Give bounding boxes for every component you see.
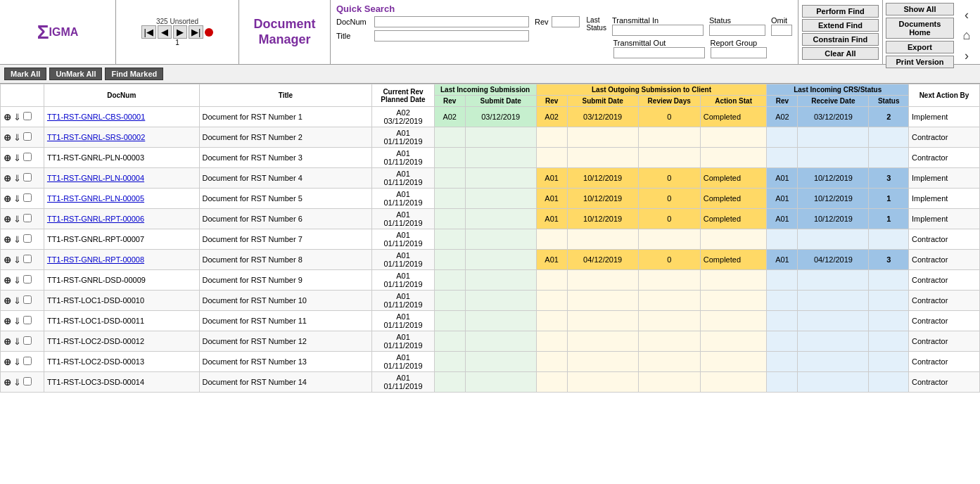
td-out-rev — [536, 352, 567, 372]
transmittal-out-input[interactable] — [613, 47, 705, 58]
row-checkbox[interactable] — [23, 295, 32, 304]
print-btn[interactable]: Print Version — [886, 56, 954, 68]
td-out-rev: A01 — [536, 250, 567, 270]
row-checkbox[interactable] — [23, 173, 32, 182]
docnum-link[interactable]: TT1-RST-GNRL-SRS-00002 — [47, 133, 145, 141]
omit-input[interactable] — [771, 25, 792, 36]
row-checkbox[interactable] — [23, 112, 32, 120]
docnum-input[interactable] — [374, 16, 529, 27]
show-all-btn[interactable]: Show All — [886, 3, 954, 15]
download-icon[interactable]: ⇓ — [13, 316, 21, 326]
td-out-review — [638, 311, 700, 331]
transmittal-in-input[interactable] — [612, 25, 704, 36]
nav-dot-icon — [205, 28, 213, 37]
title-input[interactable] — [374, 30, 529, 42]
td-docnum[interactable]: TT1-RST-GNRL-RPT-00006 — [44, 209, 199, 229]
td-docnum[interactable]: TT1-RST-GNRL-SRS-00002 — [44, 127, 199, 148]
add-icon[interactable]: ⊕ — [4, 255, 11, 265]
download-icon[interactable]: ⇓ — [13, 275, 21, 286]
docs-home-btn[interactable]: Documents Home — [886, 18, 954, 39]
row-checkbox[interactable] — [23, 275, 32, 284]
add-icon[interactable]: ⊕ — [4, 316, 11, 326]
rev-input[interactable] — [552, 16, 580, 27]
add-icon[interactable]: ⊕ — [4, 132, 11, 143]
download-icon[interactable]: ⇓ — [13, 132, 21, 143]
download-icon[interactable]: ⇓ — [13, 193, 21, 204]
docnum-link[interactable]: TT1-RST-GNRL-RPT-00008 — [47, 255, 144, 264]
perform-find-btn[interactable]: Perform Find — [802, 5, 879, 18]
omit-label: Omit — [771, 16, 792, 25]
docnum-link[interactable]: TT1-RST-GNRL-PLN-00004 — [47, 174, 144, 182]
add-icon[interactable]: ⊕ — [4, 357, 11, 367]
row-checkbox[interactable] — [23, 153, 32, 161]
download-icon[interactable]: ⇓ — [13, 234, 21, 245]
nav-next-btn[interactable]: ▶ — [173, 25, 187, 39]
row-actions-cell: ⊕ ⇓ — [1, 311, 44, 331]
td-crs-rev — [767, 270, 798, 291]
add-icon[interactable]: ⊕ — [4, 234, 11, 245]
add-icon[interactable]: ⊕ — [4, 275, 11, 286]
clear-all-btn[interactable]: Clear All — [802, 47, 879, 60]
row-checkbox[interactable] — [23, 234, 32, 243]
download-icon[interactable]: ⇓ — [13, 357, 21, 367]
table-row: ⊕ ⇓ TT1-RST-GNRL-SRS-00002Document for R… — [1, 127, 980, 148]
export-btn[interactable]: Export — [886, 41, 954, 53]
th-crs-group: Last Incoming CRS/Status — [767, 84, 909, 96]
download-icon[interactable]: ⇓ — [13, 295, 21, 306]
td-next-action: Contractor — [909, 127, 980, 148]
status-input[interactable] — [709, 25, 765, 36]
add-icon[interactable]: ⊕ — [4, 214, 11, 224]
docnum-link[interactable]: TT1-RST-GNRL-PLN-00005 — [47, 194, 144, 203]
td-docnum[interactable]: TT1-RST-GNRL-RPT-00008 — [44, 250, 199, 270]
nav-left-arrow-btn[interactable]: ‹ — [965, 8, 969, 23]
download-icon[interactable]: ⇓ — [13, 153, 21, 163]
td-out-review — [638, 352, 700, 372]
add-icon[interactable]: ⊕ — [4, 295, 11, 306]
add-icon[interactable]: ⊕ — [4, 112, 11, 122]
td-docnum: TT1-RST-GNRL-RPT-00007 — [44, 229, 199, 250]
extend-find-btn[interactable]: Extend Find — [802, 19, 879, 32]
add-icon[interactable]: ⊕ — [4, 173, 11, 184]
download-icon[interactable]: ⇓ — [13, 255, 21, 265]
th-out-submit-date: Submit Date — [567, 96, 638, 107]
row-checkbox[interactable] — [23, 214, 32, 222]
th-title: Title — [199, 84, 372, 107]
download-icon[interactable]: ⇓ — [13, 214, 21, 224]
add-icon[interactable]: ⊕ — [4, 336, 11, 347]
add-icon[interactable]: ⊕ — [4, 377, 11, 388]
download-icon[interactable]: ⇓ — [13, 336, 21, 347]
row-checkbox[interactable] — [23, 255, 32, 263]
docnum-link[interactable]: TT1-RST-GNRL-CBS-00001 — [47, 113, 145, 121]
nav-last-btn[interactable]: ▶| — [189, 25, 203, 39]
td-docnum[interactable]: TT1-RST-GNRL-PLN-00004 — [44, 168, 199, 189]
row-checkbox[interactable] — [23, 193, 32, 202]
download-icon[interactable]: ⇓ — [13, 112, 21, 122]
td-docnum[interactable]: TT1-RST-GNRL-PLN-00005 — [44, 189, 199, 209]
row-checkbox[interactable] — [23, 316, 32, 324]
nav-right-arrow-btn[interactable]: › — [965, 49, 969, 63]
add-icon[interactable]: ⊕ — [4, 193, 11, 204]
row-checkbox[interactable] — [23, 132, 32, 141]
td-docnum[interactable]: TT1-RST-GNRL-CBS-00001 — [44, 107, 199, 127]
table-row: ⊕ ⇓ TT1-RST-LOC1-DSD-00011Document for R… — [1, 311, 980, 331]
row-checkbox[interactable] — [23, 377, 32, 386]
th-out-action-stat: Action Stat — [700, 96, 767, 107]
add-icon[interactable]: ⊕ — [4, 153, 11, 163]
td-title: Document for RST Number 12 — [199, 331, 372, 352]
nav-prev-btn[interactable]: ◀ — [158, 25, 172, 39]
constrain-find-btn[interactable]: Constrain Find — [802, 33, 879, 46]
report-group-input[interactable] — [711, 47, 767, 58]
unmark-all-btn[interactable]: UnMark All — [49, 68, 102, 80]
row-checkbox[interactable] — [23, 336, 32, 345]
nav-home-btn[interactable]: ⌂ — [963, 28, 971, 43]
row-checkbox[interactable] — [23, 357, 32, 365]
mark-all-btn[interactable]: Mark All — [4, 68, 46, 80]
nav-first-btn[interactable]: |◀ — [141, 25, 156, 39]
th-crs-receive-date: Receive Date — [798, 96, 869, 107]
download-icon[interactable]: ⇓ — [13, 173, 21, 184]
td-out-action: Completed — [700, 209, 767, 229]
find-marked-btn[interactable]: Find Marked — [105, 68, 163, 80]
download-icon[interactable]: ⇓ — [13, 377, 21, 388]
crs-status-value: 1 — [886, 215, 891, 223]
docnum-link[interactable]: TT1-RST-GNRL-RPT-00006 — [47, 215, 144, 223]
